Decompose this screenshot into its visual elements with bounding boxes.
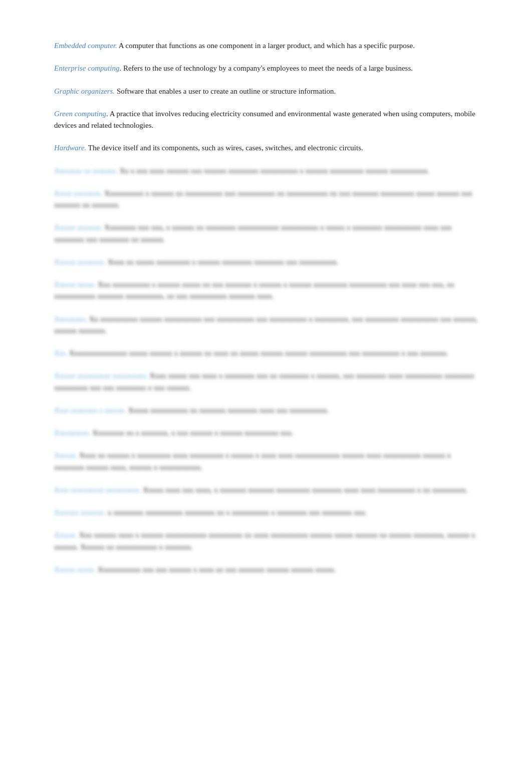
definition-blurred-7: Xxxxxxxxxxxxxxx xxxxx xxxxxx x xxxxxx xx… [67, 349, 448, 357]
glossary-entry-blurred-7: Xxx. Xxxxxxxxxxxxxxx xxxxx xxxxxx x xxxx… [54, 348, 478, 359]
glossary-entry-blurred-4: Xxxxxx xxxxxxxx. Xxxx xx xxxxx xxxxxxxxx… [54, 256, 478, 268]
glossary-entry-blurred-12: Xxxx xxxxxxxxxx xxxxxxxxxx. Xxxxx xxxx x… [54, 484, 478, 496]
glossary-entry-blurred-5: Xxxxxx xxxxx. Xxx xxxxxxxxxx x xxxxxx xx… [54, 279, 478, 303]
definition-blurred-12: Xxxxx xxxx xxx xxxx, x xxxxxxx xxxxxxx x… [141, 486, 468, 494]
glossary-entry-hardware: Hardware. The device itself and its comp… [54, 142, 478, 154]
term-blurred-12: Xxxx xxxxxxxxxx xxxxxxxxxx. [54, 486, 141, 494]
term-hardware: Hardware. [54, 144, 86, 152]
glossary-entry-enterprise-computing: Enterprise computing. Refers to the use … [54, 63, 478, 74]
term-graphic-organizers: Graphic organizers. [54, 87, 115, 95]
glossary-entry-blurred-2: Xxxxx xxxxxxxx. Xxxxxxxxxx x xxxxxx xx x… [54, 188, 478, 211]
glossary-entry-blurred-11: Xxxxxx. Xxxx xx xxxxxx x xxxxxxxxx xxxx … [54, 450, 478, 473]
term-blurred-9: Xxxx xxxxxxxx x xxxxxx. [54, 406, 126, 414]
definition-blurred-14: Xxx xxxxxx xxxx x xxxxxx xxxxxxxxxxx xxx… [54, 531, 475, 551]
definition-blurred-9: Xxxxx xxxxxxxxxx xx xxxxxxx xxxxxxxx xxx… [126, 406, 329, 414]
glossary-entry-blurred-13: Xxxxxxx xxxxxxx. x xxxxxxxx xxxxxxxxxx x… [54, 507, 478, 518]
term-blurred-2: Xxxxx xxxxxxxx. [54, 189, 103, 197]
definition-blurred-15: Xxxxxxxxxxx xxx xxx xxxxxx x xxxx xx xxx… [96, 566, 336, 574]
glossary-entry-blurred-10: Xxxxxxxxxx. Xxxxxxxx xx x xxxxxxx, x xxx… [54, 427, 478, 439]
term-blurred-14: Xxxxxx. [54, 531, 77, 539]
definition-embedded-computer: A computer that functions as one compone… [117, 42, 415, 50]
definition-blurred-6: Xx xxxxxxxxxx xxxxxx xxxxxxxxxx xxx xxxx… [54, 315, 478, 335]
content-area: Embedded computer. A computer that funct… [54, 40, 478, 576]
definition-graphic-organizers: Software that enables a user to create a… [115, 87, 336, 95]
glossary-entry-embedded-computer: Embedded computer. A computer that funct… [54, 40, 478, 52]
definition-green-computing: . A practice that involves reducing elec… [54, 110, 475, 129]
glossary-entry-green-computing: Green computing. A practice that involve… [54, 108, 478, 132]
glossary-entry-blurred-9: Xxxx xxxxxxxx x xxxxxx. Xxxxx xxxxxxxxxx… [54, 405, 478, 416]
term-green-computing: Green computing [54, 110, 106, 118]
term-blurred-10: Xxxxxxxxxx. [54, 429, 91, 437]
definition-blurred-10: Xxxxxxxx xx x xxxxxxx, x xxx xxxxxx x xx… [91, 429, 294, 437]
glossary-entry-blurred-8: Xxxxxx xxxxxxxxxx xxxxxxxxxx. Xxxx xxxxx… [54, 370, 478, 394]
term-blurred-4: Xxxxxx xxxxxxxx. [54, 258, 106, 266]
term-blurred-13: Xxxxxxx xxxxxxx. [54, 508, 106, 516]
glossary-entry-graphic-organizers: Graphic organizers. Software that enable… [54, 86, 478, 97]
definition-hardware: The device itself and its components, su… [86, 144, 363, 152]
glossary-entry-blurred-14: Xxxxxx. Xxx xxxxxx xxxx x xxxxxx xxxxxxx… [54, 530, 478, 553]
definition-blurred-13: x xxxxxxxx xxxxxxxxxx xxxxxxxx xx x xxxx… [106, 508, 367, 516]
term-blurred-15: Xxxxxx xxxxx. [54, 566, 96, 574]
glossary-entry-blurred-6: Xxxxxxxxx. Xx xxxxxxxxxx xxxxxx xxxxxxxx… [54, 314, 478, 337]
definition-blurred-11: Xxxx xx xxxxxx x xxxxxxxxx xxxx xxxxxxxx… [54, 451, 451, 471]
term-blurred-7: Xxx. [54, 349, 67, 357]
definition-blurred-4: Xxxx xx xxxxx xxxxxxxxx x xxxxxx xxxxxxx… [106, 258, 339, 266]
term-blurred-1: Xxxxxxxx xx xxxxxxx. [54, 167, 118, 175]
term-blurred-8: Xxxxxx xxxxxxxxxx xxxxxxxxxx. [54, 372, 148, 380]
glossary-entry-blurred-3: Xxxxxx xxxxxxx. Xxxxxxxx xxx xxx, x xxxx… [54, 222, 478, 245]
term-blurred-5: Xxxxxx xxxxx. [54, 281, 96, 289]
term-blurred-6: Xxxxxxxxx. [54, 315, 87, 323]
definition-blurred-1: Xx x xxx xxxx xxxxxx xxx xxxxxx xxxxxxxx… [118, 167, 429, 175]
term-blurred-11: Xxxxxx. [54, 451, 77, 459]
definition-enterprise-computing: . Refers to the use of technology by a c… [119, 64, 413, 72]
term-enterprise-computing: Enterprise computing [54, 64, 119, 72]
definition-blurred-5: Xxx xxxxxxxxxx x xxxxxx xxxxx xx xxx xxx… [54, 281, 454, 300]
glossary-entry-blurred-1: Xxxxxxxx xx xxxxxxx. Xx x xxx xxxx xxxxx… [54, 165, 478, 177]
definition-blurred-3: Xxxxxxxx xxx xxx, x xxxxxx xx xxxxxxxx x… [54, 223, 452, 243]
glossary-entry-blurred-15: Xxxxxx xxxxx. Xxxxxxxxxxx xxx xxx xxxxxx… [54, 564, 478, 576]
definition-blurred-2: Xxxxxxxxxx x xxxxxx xx xxxxxxxxxx xxx xx… [54, 189, 472, 209]
term-embedded-computer: Embedded computer. [54, 42, 117, 50]
term-blurred-3: Xxxxxx xxxxxxx. [54, 223, 103, 231]
